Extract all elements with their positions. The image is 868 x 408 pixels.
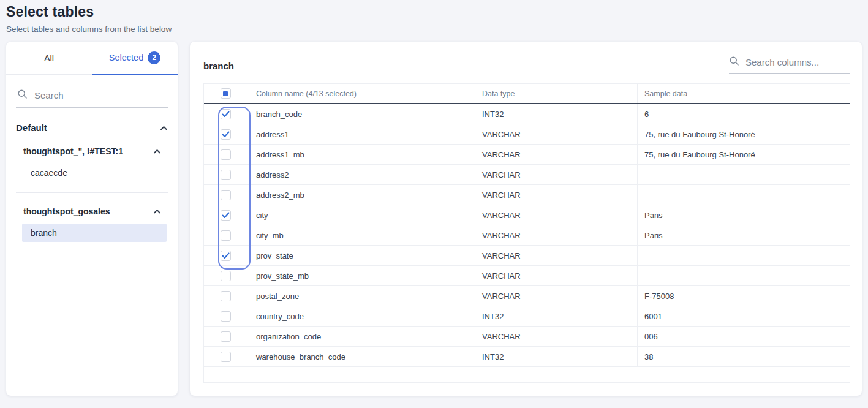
column-name-cell: address2 [247,165,475,184]
sample-data-cell: Paris [638,225,850,245]
row-checkbox[interactable] [221,170,231,180]
data-type-cell: VARCHAR [475,205,638,225]
table-footer-row [204,367,850,383]
columns-table: Column name (4/13 selected) Data type Sa… [203,83,850,383]
row-checkbox[interactable] [221,271,231,281]
column-name-cell: prov_state_mb [247,266,475,285]
data-type-cell: VARCHAR [475,185,638,205]
data-type-cell: INT32 [475,104,638,124]
column-name-header: Column name (4/13 selected) [247,84,475,103]
table-row: address1 VARCHAR 75, rue du Faubourg St-… [204,124,850,145]
row-checkbox-cell [204,225,247,245]
data-type-cell: VARCHAR [475,225,638,245]
page-subtitle: Select tables and columns from the list … [6,25,868,34]
sample-data-cell: F-75008 [638,286,850,306]
column-name-cell: organization_code [247,327,475,346]
search-icon [17,89,28,102]
tab-selected[interactable]: Selected 2 [92,42,178,75]
sample-data-cell [638,185,850,205]
column-name-cell: city_mb [247,225,475,245]
table-row: prov_state VARCHAR [204,246,850,266]
chevron-up-icon[interactable] [153,146,161,156]
tree-group-default[interactable]: Default [16,123,168,133]
column-name-cell: city [247,205,475,225]
columns-panel-header: branch [203,42,850,74]
row-checkbox-cell [204,266,247,285]
row-checkbox-cell [204,306,247,326]
table-row: city VARCHAR Paris [204,205,850,225]
tab-selected-label: Selected [109,53,143,62]
sidebar-search-input[interactable] [33,89,167,101]
table-row: address2 VARCHAR [204,165,850,185]
columns-search-input[interactable] [744,56,850,68]
row-checkbox[interactable] [221,129,231,140]
row-checkbox[interactable] [221,251,231,261]
column-name-cell: postal_zone [247,286,475,306]
row-checkbox-cell [204,124,247,144]
schema-tree: Default thoughtspot_", !#TEST:1 cacaecde… [6,123,178,242]
row-checkbox[interactable] [221,352,231,362]
columns-panel: branch Column name (4/13 selected) Data … [190,42,862,396]
row-checkbox[interactable] [221,190,231,200]
tree-schema-test-label: thoughtspot_", !#TEST:1 [23,146,123,156]
selected-count-badge: 2 [148,51,160,64]
data-type-cell: VARCHAR [475,246,638,265]
sample-data-cell: 6 [638,104,850,124]
sidebar-search[interactable] [16,88,168,108]
data-type-cell: VARCHAR [475,145,638,164]
row-checkbox[interactable] [221,109,231,119]
sample-data-header: Sample data [638,84,850,103]
tree-schema-test[interactable]: thoughtspot_", !#TEST:1 [16,146,168,156]
tab-all-label: All [44,53,54,63]
data-type-header: Data type [475,84,638,103]
columns-search[interactable] [729,56,850,74]
column-name-cell: address1 [247,124,475,144]
tables-sidebar: All Selected 2 Default thoughtspot_", !#… [6,42,178,396]
tree-schema-gosales[interactable]: thoughtspot_gosales [16,206,168,216]
sample-data-cell: 6001 [638,306,850,326]
row-checkbox-cell [204,145,247,164]
sample-data-cell: 006 [638,327,850,346]
sample-data-cell [638,165,850,184]
column-name-cell: address1_mb [247,145,475,164]
content-layout: All Selected 2 Default thoughtspot_", !#… [0,42,868,396]
table-row: address2_mb VARCHAR [204,185,850,205]
tree-table-branch[interactable]: branch [22,224,167,242]
row-checkbox-cell [204,165,247,184]
tree-group-default-label: Default [16,123,47,133]
row-checkbox[interactable] [221,311,231,322]
table-row: postal_zone VARCHAR F-75008 [204,286,850,306]
select-all-checkbox[interactable] [221,88,231,99]
row-checkbox[interactable] [221,230,231,241]
sidebar-tabs: All Selected 2 [6,42,178,75]
sample-data-cell [638,246,850,265]
chevron-up-icon[interactable] [160,123,168,133]
tab-all[interactable]: All [6,42,92,74]
row-checkbox[interactable] [221,291,231,301]
data-type-cell: VARCHAR [475,266,638,285]
tree-divider [16,192,168,193]
row-checkbox[interactable] [221,331,231,342]
table-row: prov_state_mb VARCHAR [204,266,850,286]
data-type-cell: INT32 [475,306,638,326]
tree-schema-gosales-label: thoughtspot_gosales [23,206,110,216]
data-type-cell: VARCHAR [475,286,638,306]
page-header: Select tables Select tables and columns … [0,0,868,34]
page-title: Select tables [6,4,868,20]
tree-table-cacaecde[interactable]: cacaecde [22,164,168,182]
column-name-cell: address2_mb [247,185,475,205]
columns-table-body: branch_code INT32 6 address1 VARCHAR 75,… [204,104,850,367]
chevron-up-icon[interactable] [153,206,161,216]
row-checkbox-cell [204,104,247,124]
row-checkbox-cell [204,327,247,346]
sample-data-cell: Paris [638,205,850,225]
row-checkbox[interactable] [221,210,231,221]
sample-data-cell [638,266,850,285]
row-checkbox-cell [204,347,247,366]
search-icon [729,56,739,69]
row-checkbox[interactable] [221,149,231,160]
sample-data-cell: 38 [638,347,850,366]
table-row: country_code INT32 6001 [204,306,850,327]
table-row: address1_mb VARCHAR 75, rue du Faubourg … [204,145,850,165]
data-type-cell: VARCHAR [475,165,638,184]
